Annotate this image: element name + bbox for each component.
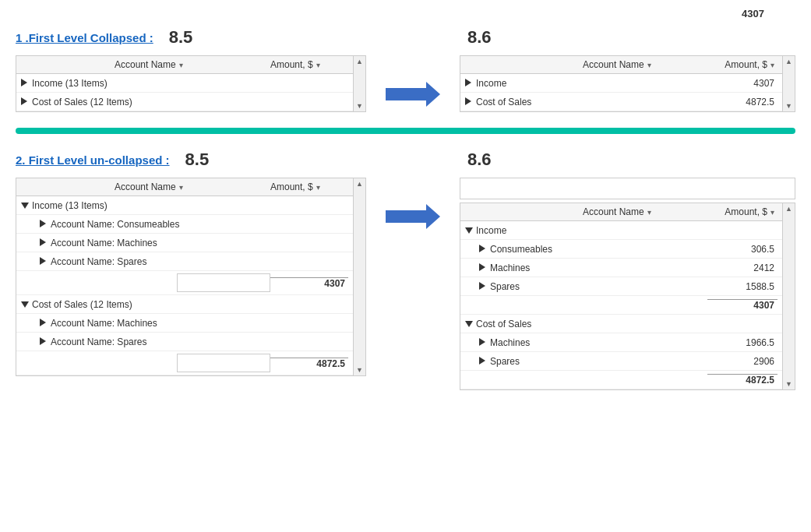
lu-income-group: Income (13 Items) xyxy=(16,196,353,215)
income-expand-icon[interactable] xyxy=(21,79,32,88)
lu-machines-row: Account Name: Machines xyxy=(16,234,353,252)
lu-scroll-down[interactable]: ▼ xyxy=(354,365,365,375)
arrow-section2 xyxy=(382,178,444,232)
lu-scroll-up[interactable]: ▲ xyxy=(354,178,365,189)
income-label: Income (13 Items) xyxy=(32,78,270,89)
left-uncollapsed-grid: Account Name ▾ Amount, $ ▾ Income xyxy=(16,178,366,376)
col-name-sort-icon[interactable]: ▾ xyxy=(179,61,183,69)
lu-col-amount-sort[interactable]: ▾ xyxy=(316,183,320,192)
lu-cos-expand[interactable] xyxy=(21,300,32,309)
lu-spares-expand[interactable] xyxy=(40,257,51,266)
section2-number-left: 8.5 xyxy=(185,150,210,170)
left-col-amount-header[interactable]: Amount, $ ▾ xyxy=(270,59,348,70)
lu-income-expand[interactable] xyxy=(21,201,32,210)
right-col-name-header[interactable]: Account Name ▾ xyxy=(583,59,707,70)
cos-expand-icon[interactable] xyxy=(21,97,32,107)
ru-cos-machines-label: Machines xyxy=(490,337,707,348)
ru-cos-group: Cost of Sales xyxy=(460,315,782,333)
lu-cos-spares-row: Account Name: Spares xyxy=(16,333,353,351)
lu-cos-spares-expand[interactable] xyxy=(40,337,51,347)
ru-col-name-sort[interactable]: ▾ xyxy=(647,208,651,217)
left-row-income: Income (13 Items) xyxy=(16,74,353,93)
lu-cos-total-box xyxy=(177,354,270,372)
ru-cos-spares-expand[interactable] xyxy=(479,357,490,366)
right-income-amount: 4307 xyxy=(707,78,778,89)
ru-cos-machines-expand[interactable] xyxy=(479,338,490,347)
ru-cos-machines-row: Machines 1966.5 xyxy=(460,333,782,352)
left-collapsed-header: Account Name ▾ Amount, $ ▾ xyxy=(16,56,353,74)
page-container: 4307 1 .First Level Collapsed : 8.5 8.6 … xyxy=(0,0,811,398)
left-row-cos: Cost of Sales (12 Items) xyxy=(16,93,353,111)
svg-marker-4 xyxy=(426,204,440,229)
right-cos-amount: 4872.5 xyxy=(707,97,778,107)
ru-spares-label: Spares xyxy=(490,281,707,292)
ru-scroll-thumb[interactable] xyxy=(783,214,795,379)
section2-content: Account Name ▾ Amount, $ ▾ Income xyxy=(16,178,795,390)
ru-cos-label: Cost of Sales xyxy=(476,319,778,329)
lu-col-amount-header[interactable]: Amount, $ ▾ xyxy=(270,181,348,192)
top-ref: 4307 xyxy=(16,8,795,19)
right-scroll-up[interactable]: ▲ xyxy=(783,56,795,67)
ru-scroll-down[interactable]: ▼ xyxy=(783,379,795,389)
section2-title: 2. First Level un-collapsed : xyxy=(16,153,170,167)
section1-content: Account Name ▾ Amount, $ ▾ Income xyxy=(16,55,795,112)
lu-scroll-thumb[interactable] xyxy=(354,189,365,365)
section1-title: 1 .First Level Collapsed : xyxy=(16,31,153,44)
ru-scrollbar[interactable]: ▲ ▼ xyxy=(782,203,795,389)
right-collapsed-grid-content: Account Name ▾ Amount, $ ▾ Income xyxy=(460,56,782,111)
lu-consumeables-label: Account Name: Consumeables xyxy=(51,219,348,230)
ru-consumeables-amount: 306.5 xyxy=(707,244,778,255)
section2-header: 2. First Level un-collapsed : 8.5 8.6 xyxy=(16,150,795,170)
lu-spares-label: Account Name: Spares xyxy=(51,256,348,267)
lu-col-name-header[interactable]: Account Name ▾ xyxy=(115,181,270,192)
ru-spares-expand[interactable] xyxy=(479,282,490,291)
lu-cos-machines-expand[interactable] xyxy=(40,319,51,328)
right-cos-label: Cost of Sales xyxy=(476,97,707,107)
right-col-amount-header[interactable]: Amount, $ ▾ xyxy=(707,59,778,70)
ru-income-expand[interactable] xyxy=(465,226,476,235)
right-search-box[interactable] xyxy=(460,178,795,199)
right-row-cos: Cost of Sales 4872.5 xyxy=(460,93,782,111)
lu-income-total-box xyxy=(177,273,270,292)
lu-cos-total: 4872.5 xyxy=(16,351,353,375)
ru-cos-total-amount: 4872.5 xyxy=(707,374,778,386)
left-collapsed-scrollbar[interactable]: ▲ ▼ xyxy=(353,56,365,111)
col-amount-sort-icon[interactable]: ▾ xyxy=(316,61,320,69)
ru-col-amount-sort[interactable]: ▾ xyxy=(770,208,774,217)
left-collapsed-grid: Account Name ▾ Amount, $ ▾ Income xyxy=(16,55,366,112)
lu-cos-machines-row: Account Name: Machines xyxy=(16,314,353,333)
lu-cos-label: Cost of Sales (12 Items) xyxy=(32,299,348,310)
right-col-name-sort[interactable]: ▾ xyxy=(647,61,651,69)
right-income-expand[interactable] xyxy=(465,79,476,88)
svg-rect-1 xyxy=(386,88,426,100)
right-uncollapsed-grid: Account Name ▾ Amount, $ ▾ Income xyxy=(460,203,795,390)
lu-cos-machines-label: Account Name: Machines xyxy=(51,318,348,329)
lu-income-label: Income (13 Items) xyxy=(32,200,348,211)
right-uncollapsed-grid-content: Account Name ▾ Amount, $ ▾ Income xyxy=(460,203,782,389)
right-cos-expand[interactable] xyxy=(465,97,476,107)
ru-machines-amount: 2412 xyxy=(707,262,778,273)
ru-col-amount-header[interactable]: Amount, $ ▾ xyxy=(707,206,778,217)
right-scroll-down[interactable]: ▼ xyxy=(783,100,795,111)
ru-income-total-amount: 4307 xyxy=(707,299,778,311)
right-collapsed-header: Account Name ▾ Amount, $ ▾ xyxy=(460,56,782,74)
right-col-amount-sort[interactable]: ▾ xyxy=(770,61,774,69)
lu-consumeables-expand[interactable] xyxy=(40,220,51,229)
right-collapsed-scrollbar[interactable]: ▲ ▼ xyxy=(782,56,795,111)
scroll-thumb[interactable] xyxy=(354,67,365,100)
lu-scrollbar[interactable]: ▲ ▼ xyxy=(353,178,365,375)
ru-scroll-up[interactable]: ▲ xyxy=(783,203,795,214)
ru-col-name-header[interactable]: Account Name ▾ xyxy=(583,206,707,217)
lu-machines-expand[interactable] xyxy=(40,238,51,248)
scroll-up-icon[interactable]: ▲ xyxy=(354,56,365,67)
ru-machines-expand[interactable] xyxy=(479,263,490,273)
lu-col-name-sort[interactable]: ▾ xyxy=(179,183,183,192)
ru-income-total: 4307 xyxy=(460,296,782,315)
ru-cos-expand[interactable] xyxy=(465,319,476,329)
section1-number-left: 8.5 xyxy=(169,27,193,48)
right-scroll-thumb[interactable] xyxy=(783,67,795,100)
left-col-name-header[interactable]: Account Name ▾ xyxy=(115,59,270,70)
scroll-down-icon[interactable]: ▼ xyxy=(354,100,365,111)
svg-marker-2 xyxy=(426,82,440,107)
ru-consumeables-expand[interactable] xyxy=(479,245,490,254)
